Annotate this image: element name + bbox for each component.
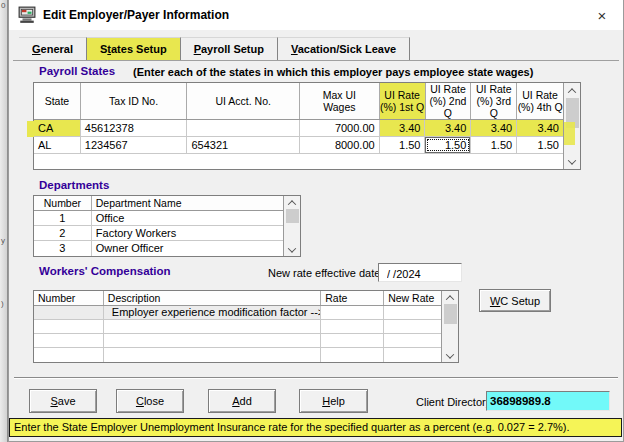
background-text-fragment: ) (1, 300, 4, 308)
cell-number[interactable]: 2 (34, 226, 92, 240)
col-header-new-rate: New Rate (384, 291, 441, 305)
departments-header-row: Number Department Name (34, 196, 283, 211)
highlight-mark (27, 121, 34, 137)
cell-tax-id[interactable]: 45612378 (81, 120, 188, 136)
scrollbar-thumb[interactable] (444, 304, 457, 324)
background-window-edge: 0 y ) (0, 0, 8, 442)
scroll-down-button[interactable] (284, 243, 300, 256)
scroll-down-button[interactable] (564, 154, 580, 169)
background-text-fragment: y (1, 237, 5, 245)
col-header-max-ui: Max UI Wages (300, 83, 380, 119)
wc-setup-button[interactable]: WC Setup (479, 289, 551, 312)
add-button[interactable]: Add (208, 389, 276, 413)
separator-line (14, 377, 618, 379)
workers-comp-table-body: Number Description Rate New Rate Employe… (34, 291, 441, 362)
cell-ui-rate-q2[interactable]: 3.40 (425, 120, 471, 136)
scroll-up-button[interactable] (284, 196, 300, 209)
payroll-states-table-body: State Tax ID No. UI Acct. No. Max UI Wag… (34, 83, 563, 169)
cell-max-ui[interactable]: 7000.00 (300, 120, 380, 136)
workers-comp-header-row: Number Description Rate New Rate (34, 291, 441, 306)
screenshot-root: 0 y ) Edit Employer/Payer Information × … (0, 0, 624, 442)
scroll-down-icon (446, 350, 454, 358)
status-bar: Enter the State Employer Unemployment In… (9, 418, 622, 437)
workers-comp-row: Employer experience modification factor … (34, 306, 441, 320)
cell-ui-rate-q1[interactable]: 3.40 (380, 120, 426, 136)
cell-number[interactable]: 3 (34, 241, 92, 256)
col-header-state: State (34, 83, 81, 119)
client-directory-value: 36898989.8 (486, 391, 610, 411)
cell-department-name[interactable]: Factory Workers (92, 226, 283, 240)
new-rate-date-input[interactable] (379, 266, 461, 283)
tab-payroll-setup[interactable]: Payroll Setup (181, 37, 278, 60)
cell-number[interactable]: 1 (34, 211, 92, 225)
help-button[interactable]: Help (299, 389, 368, 413)
cell-state[interactable]: CA (34, 120, 81, 136)
title-bar: Edit Employer/Payer Information × (9, 0, 623, 30)
col-header-department-name: Department Name (92, 196, 283, 210)
save-button[interactable]: Save (29, 389, 97, 413)
scroll-down-icon (568, 156, 576, 164)
new-rate-date-field-frame (378, 263, 462, 282)
close-button[interactable]: × (581, 0, 623, 30)
cell-ui-acct[interactable] (187, 120, 300, 136)
payroll-state-row-ca: CA 45612378 7000.00 3.40 3.40 3.40 3.40 (34, 120, 563, 137)
workers-comp-scrollbar (441, 291, 458, 362)
cell-ui-rate-q3[interactable]: 3.40 (471, 120, 517, 136)
scroll-up-icon (288, 200, 296, 208)
close-dialog-button[interactable]: Close (116, 389, 184, 413)
tab-vacation-sick-leave[interactable]: Vacation/Sick Leave (278, 37, 410, 60)
col-header-description: Description (104, 291, 321, 305)
department-row: 1 Office (34, 211, 283, 226)
cell-department-name[interactable]: Office (92, 211, 283, 225)
close-button-label: Close (136, 395, 164, 407)
cell-tax-id[interactable]: 1234567 (81, 137, 188, 153)
cell-ui-rate-q3[interactable]: 1.50 (471, 137, 517, 153)
edit-employer-dialog: Edit Employer/Payer Information × Genera… (8, 0, 624, 442)
departments-table: Number Department Name 1 Office 2 Factor… (33, 195, 301, 257)
col-header-ui-rate-q3: UI Rate (%) 3rd Q (471, 83, 517, 119)
payroll-state-row-al: AL 1234567 654321 8000.00 1.50 1.50 1.50… (34, 137, 563, 154)
cell-ui-rate-q4[interactable]: 1.50 (517, 137, 563, 153)
departments-scrollbar (283, 196, 300, 256)
col-header-ui-rate-q2: UI Rate (%) 2nd Q (426, 83, 472, 119)
payroll-states-heading: Payroll States (39, 65, 115, 77)
tab-label: Payroll Setup (194, 43, 264, 55)
scroll-up-button[interactable] (442, 291, 458, 304)
col-header-ui-acct: UI Acct. No. (187, 83, 300, 119)
cell-new-rate[interactable] (384, 306, 441, 319)
scrollbar-thumb[interactable] (286, 209, 299, 223)
departments-heading: Departments (39, 179, 109, 191)
empty-row (34, 334, 441, 348)
tab-panel-divider (13, 60, 619, 61)
tab-bar: General States Setup Payroll Setup Vacat… (19, 37, 410, 60)
departments-table-body: Number Department Name 1 Office 2 Factor… (34, 196, 283, 256)
background-text-fragment: 0 (1, 2, 5, 10)
payroll-states-hint: (Enter each of the states in which this … (133, 66, 533, 78)
scroll-up-button[interactable] (564, 83, 580, 98)
cell-department-name[interactable]: Owner Officer (92, 241, 283, 256)
cell-rate[interactable] (321, 306, 384, 319)
app-icon (18, 6, 36, 24)
client-directory-label: Client Directory (416, 396, 491, 408)
cell-description[interactable]: Employer experience modification factor … (104, 306, 321, 319)
payroll-states-table: State Tax ID No. UI Acct. No. Max UI Wag… (33, 82, 581, 170)
payroll-states-header-row: State Tax ID No. UI Acct. No. Max UI Wag… (34, 83, 563, 120)
new-rate-effective-date-label: New rate effective date (268, 267, 380, 279)
cell-ui-rate-q4[interactable]: 3.40 (517, 120, 563, 136)
tab-general[interactable]: General (19, 37, 87, 60)
scroll-down-button[interactable] (442, 349, 458, 362)
cell-ui-rate-q1[interactable]: 1.50 (380, 137, 426, 153)
tab-label: States Setup (100, 43, 167, 55)
cell-max-ui[interactable]: 8000.00 (300, 137, 380, 153)
col-header-ui-rate-q1: UI Rate (%) 1st Q (380, 83, 426, 119)
highlight-mark (564, 122, 575, 145)
tab-states-setup[interactable]: States Setup (87, 37, 181, 60)
col-header-number: Number (34, 196, 92, 210)
cell-number[interactable] (34, 306, 104, 319)
help-button-label: Help (322, 395, 345, 407)
add-button-label: Add (232, 395, 252, 407)
cell-ui-acct[interactable]: 654321 (187, 137, 300, 153)
wc-setup-button-label: WC Setup (490, 295, 540, 307)
cell-ui-rate-q2-focused[interactable]: 1.50 (425, 137, 471, 153)
cell-state[interactable]: AL (34, 137, 81, 153)
